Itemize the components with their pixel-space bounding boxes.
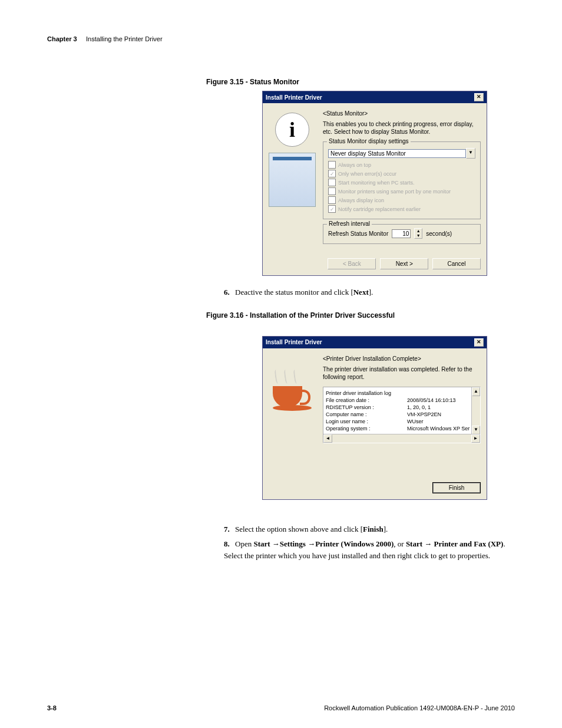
section-heading: <Printer Driver Installation Complete>: [323, 355, 481, 362]
checkbox-notify-cartridge: Notify cartridge replacement earlier: [328, 205, 475, 213]
dialog-title: Install Printer Driver: [266, 94, 322, 101]
dialog-install-complete: Install Printer Driver ✕ <Printer Driver…: [262, 336, 487, 500]
finish-button[interactable]: Finish: [432, 482, 481, 493]
checkbox-start-pc: Start monitoring when PC starts.: [328, 179, 475, 186]
info-icon: i: [275, 113, 309, 147]
section-heading: <Status Monitor>: [323, 110, 481, 117]
step-6: 6. Deactive the status monitor and click…: [224, 286, 515, 298]
back-button: < Back: [328, 258, 376, 269]
horizontal-scrollbar[interactable]: ◄►: [323, 434, 480, 443]
button-row: < Back Next > Cancel: [263, 255, 487, 275]
button-row: Finish: [263, 479, 487, 499]
coffee-cup-icon: [269, 358, 316, 423]
group-legend-refresh: Refresh interval: [327, 220, 372, 227]
checkbox-monitor-port: Monitor printers using same port by one …: [328, 187, 475, 195]
checkbox-only-errors: Only when error(s) occur: [328, 170, 475, 177]
chapter-label: Chapter 3: [47, 35, 77, 42]
checkbox-always-icon: Always display icon: [328, 196, 475, 204]
next-button[interactable]: Next >: [380, 258, 428, 269]
step-7: 7. Select the option shown above and cli…: [224, 523, 515, 535]
dropdown-display-mode[interactable]: Never display Status Monitor ▼: [328, 148, 475, 159]
refresh-label: Refresh Status Monitor: [328, 230, 388, 237]
installation-report: Printer driver installation log File cre…: [323, 387, 481, 443]
page-number: 3-8: [47, 704, 57, 711]
group-legend: Status Monitor display settings: [327, 138, 411, 144]
refresh-unit: second(s): [426, 230, 452, 237]
dialog-description: The printer driver installation was comp…: [323, 365, 481, 381]
dialog-title: Install Printer Driver: [266, 339, 322, 345]
titlebar: Install Printer Driver ✕: [263, 91, 487, 103]
group-refresh-interval: Refresh interval Refresh Status Monitor …: [323, 224, 481, 244]
cancel-button[interactable]: Cancel: [432, 258, 481, 269]
dialog-status-monitor: Install Printer Driver ✕ i <Status Monit…: [262, 91, 487, 276]
refresh-spinner-value[interactable]: 10: [392, 229, 411, 238]
report-header: Printer driver installation log: [326, 390, 478, 397]
close-icon[interactable]: ✕: [474, 338, 484, 347]
dialog-description: This enables you to check printing progr…: [323, 120, 481, 136]
figure-caption-2: Figure 3.16 - Installation of the Printe…: [206, 311, 515, 319]
page-footer: 3-8 Rockwell Automation Publication 1492…: [47, 704, 515, 711]
titlebar: Install Printer Driver ✕: [263, 337, 487, 348]
close-icon[interactable]: ✕: [474, 93, 484, 101]
chevron-down-icon[interactable]: ▼: [466, 148, 475, 159]
illustration-panel: [269, 153, 316, 207]
checkbox-always-top: Always on top: [328, 161, 475, 169]
publication-info: Rockwell Automation Publication 1492-UM0…: [324, 704, 515, 711]
vertical-scrollbar[interactable]: ▲▼: [471, 387, 480, 434]
step-8: 8. Open Start →Settings →Printer (Window…: [224, 538, 515, 561]
figure-caption-1: Figure 3.15 - Status Monitor: [206, 78, 515, 86]
running-header: Chapter 3 Installing the Printer Driver: [47, 35, 515, 42]
chapter-title: Installing the Printer Driver: [86, 35, 163, 42]
group-display-settings: Status Monitor display settings Never di…: [323, 141, 481, 219]
dropdown-value: Never display Status Monitor: [328, 149, 466, 158]
spinner-buttons[interactable]: ▲▼: [414, 228, 422, 239]
